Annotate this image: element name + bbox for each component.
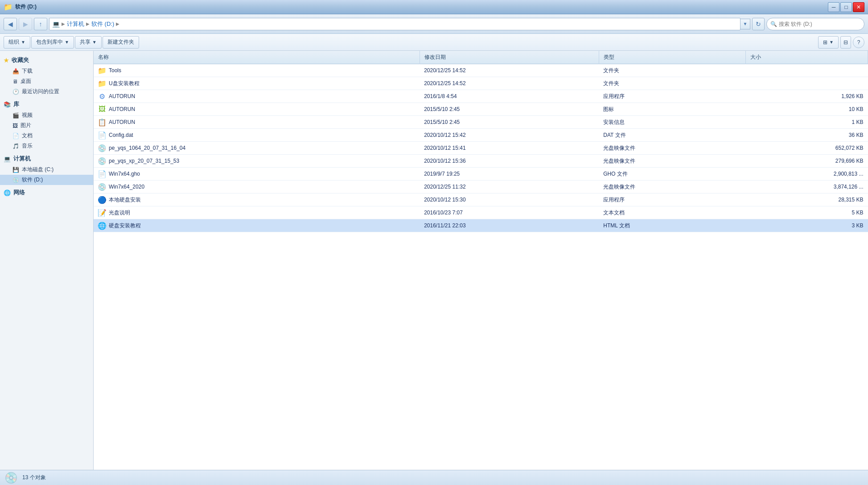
file-modified: 2019/9/7 19:25 <box>420 168 599 181</box>
file-type: 图标 <box>599 103 745 116</box>
table-row[interactable]: ⚙ AUTORUN 2016/1/8 4:54 应用程序 1,926 KB <box>94 90 868 103</box>
file-type-icon: 📄 <box>98 170 106 178</box>
share-button[interactable]: 共享 ▼ <box>75 36 102 49</box>
include-dropdown-icon: ▼ <box>65 40 69 45</box>
file-type: GHO 文件 <box>599 168 745 181</box>
file-modified: 2020/10/12 15:41 <box>420 142 599 155</box>
file-size <box>745 64 868 77</box>
table-row[interactable]: 📄 Win7x64.gho 2019/9/7 19:25 GHO 文件 2,90… <box>94 168 868 181</box>
sidebar-header-network[interactable]: 🌐 网络 <box>0 187 93 198</box>
file-name: U盘安装教程 <box>109 80 140 87</box>
refresh-button[interactable]: ↻ <box>752 18 765 30</box>
sidebar-item-drive-c[interactable]: 💾 本地磁盘 (C:) <box>0 164 93 175</box>
sidebar-header-computer[interactable]: 💻 计算机 <box>0 153 93 164</box>
file-type: DAT 文件 <box>599 129 745 142</box>
file-name: Win7x64.gho <box>109 171 140 177</box>
file-modified: 2016/11/21 22:03 <box>420 219 599 232</box>
file-type: 文本文档 <box>599 206 745 219</box>
file-name-cell: 🔵 本地硬盘安装 <box>94 193 420 206</box>
table-row[interactable]: 💿 Win7x64_2020 2020/12/25 11:32 光盘映像文件 3… <box>94 181 868 193</box>
table-row[interactable]: 💿 pe_yqs_xp_20_07_31_15_53 2020/10/12 15… <box>94 155 868 168</box>
file-type: 光盘映像文件 <box>599 181 745 193</box>
file-size: 5 KB <box>745 206 868 219</box>
window-title: 软件 (D:) <box>15 3 37 11</box>
table-row[interactable]: 📋 AUTORUN 2015/5/10 2:45 安装信息 1 KB <box>94 116 868 129</box>
image-icon: 🖼 <box>12 123 18 129</box>
file-type: 光盘映像文件 <box>599 142 745 155</box>
sidebar-header-library[interactable]: 📚 库 <box>0 99 93 110</box>
table-row[interactable]: 📁 U盘安装教程 2020/12/25 14:52 文件夹 <box>94 77 868 90</box>
column-size[interactable]: 大小 <box>745 51 868 64</box>
table-row[interactable]: 🔵 本地硬盘安装 2020/10/12 15:30 应用程序 28,315 KB <box>94 193 868 206</box>
window-icon: 📁 <box>4 3 12 11</box>
file-name-cell: 📋 AUTORUN <box>94 116 420 129</box>
file-name: Win7x64_2020 <box>109 184 144 190</box>
file-name: pe_yqs_1064_20_07_31_16_04 <box>109 145 185 151</box>
video-icon: 🎬 <box>12 112 19 119</box>
path-drive[interactable]: 软件 (D:) <box>91 20 114 28</box>
file-modified: 2020/12/25 14:52 <box>420 64 599 77</box>
file-modified: 2015/5/10 2:45 <box>420 103 599 116</box>
file-name: AUTORUN <box>109 106 135 112</box>
file-type-icon: 🔵 <box>98 196 106 204</box>
address-bar[interactable]: 💻 ▶ 计算机 ▶ 软件 (D:) ▶ <box>49 18 740 30</box>
doc-icon: 📄 <box>12 133 19 139</box>
file-type: 应用程序 <box>599 90 745 103</box>
address-dropdown-button[interactable]: ▼ <box>740 19 750 29</box>
column-modified[interactable]: 修改日期 <box>420 51 599 64</box>
toolbar: 组织 ▼ 包含到库中 ▼ 共享 ▼ 新建文件夹 ⊞ ▼ ⊟ ? <box>0 34 868 51</box>
sidebar-header-favorites[interactable]: ★ 收藏夹 <box>0 54 93 66</box>
table-row[interactable]: 📄 Config.dat 2020/10/12 15:42 DAT 文件 36 … <box>94 129 868 142</box>
file-size: 1 KB <box>745 116 868 129</box>
minimize-button[interactable]: ─ <box>828 2 839 12</box>
table-row[interactable]: 🌐 硬盘安装教程 2016/11/21 22:03 HTML 文档 3 KB <box>94 219 868 232</box>
file-size <box>745 77 868 90</box>
path-computer[interactable]: 计算机 <box>67 20 84 28</box>
file-type-icon: 🌐 <box>98 222 106 230</box>
up-button[interactable]: ↑ <box>34 18 47 30</box>
column-name[interactable]: 名称 <box>94 51 420 64</box>
sidebar-item-download[interactable]: 📥 下载 <box>0 66 93 76</box>
table-row[interactable]: 💿 pe_yqs_1064_20_07_31_16_04 2020/10/12 … <box>94 142 868 155</box>
titlebar: 📁 软件 (D:) ─ □ ✕ <box>0 0 868 14</box>
file-size: 279,696 KB <box>745 155 868 168</box>
table-row[interactable]: 📁 Tools 2020/12/25 14:52 文件夹 <box>94 64 868 77</box>
back-button[interactable]: ◀ <box>4 18 17 30</box>
column-type[interactable]: 类型 <box>599 51 745 64</box>
statusbar: 💿 13 个对象 <box>0 470 868 485</box>
search-box[interactable]: 🔍 <box>766 18 864 30</box>
file-name-cell: 💿 Win7x64_2020 <box>94 181 420 193</box>
file-type: 光盘映像文件 <box>599 155 745 168</box>
file-name-cell: ⚙ AUTORUN <box>94 90 420 103</box>
help-button[interactable]: ? <box>853 37 864 48</box>
sidebar-item-recent[interactable]: 🕐 最近访问的位置 <box>0 86 93 97</box>
view-options-button[interactable]: ⊞ ▼ <box>818 36 839 49</box>
table-row[interactable]: 🖼 AUTORUN 2015/5/10 2:45 图标 10 KB <box>94 103 868 116</box>
library-icon: 📚 <box>4 101 11 108</box>
sidebar-item-doc[interactable]: 📄 文档 <box>0 131 93 141</box>
table-row[interactable]: 📝 光盘说明 2016/10/23 7:07 文本文档 5 KB <box>94 206 868 219</box>
path-sep-2: ▶ <box>86 21 90 26</box>
maximize-button[interactable]: □ <box>840 2 852 12</box>
organize-button[interactable]: 组织 ▼ <box>4 36 30 49</box>
file-modified: 2016/10/23 7:07 <box>420 206 599 219</box>
close-button[interactable]: ✕ <box>853 2 864 12</box>
file-table: 名称 修改日期 类型 大小 📁 Tools 2020/12/25 14:52 文… <box>94 51 868 232</box>
file-name: 本地硬盘安装 <box>109 196 141 204</box>
sidebar-item-music[interactable]: 🎵 音乐 <box>0 141 93 151</box>
include-library-button[interactable]: 包含到库中 ▼ <box>31 36 74 49</box>
sidebar-item-video[interactable]: 🎬 视频 <box>0 110 93 120</box>
forward-button[interactable]: ▶ <box>19 18 32 30</box>
sidebar-section-computer: 💻 计算机 💾 本地磁盘 (C:) 💿 软件 (D:) <box>0 153 93 185</box>
change-view-button[interactable]: ⊟ <box>840 36 851 49</box>
path-sep-1: ▶ <box>62 21 65 26</box>
file-type-icon: 💿 <box>98 157 106 165</box>
search-input[interactable] <box>779 21 850 27</box>
sidebar: ★ 收藏夹 📥 下载 🖥 桌面 🕐 最近访问的位置 📚 库 <box>0 51 94 470</box>
new-folder-button[interactable]: 新建文件夹 <box>103 36 139 49</box>
file-size: 652,072 KB <box>745 142 868 155</box>
sidebar-item-image[interactable]: 🖼 图片 <box>0 120 93 131</box>
sidebar-item-drive-d[interactable]: 💿 软件 (D:) <box>0 175 93 185</box>
network-icon: 🌐 <box>4 189 11 196</box>
sidebar-item-desktop[interactable]: 🖥 桌面 <box>0 76 93 86</box>
